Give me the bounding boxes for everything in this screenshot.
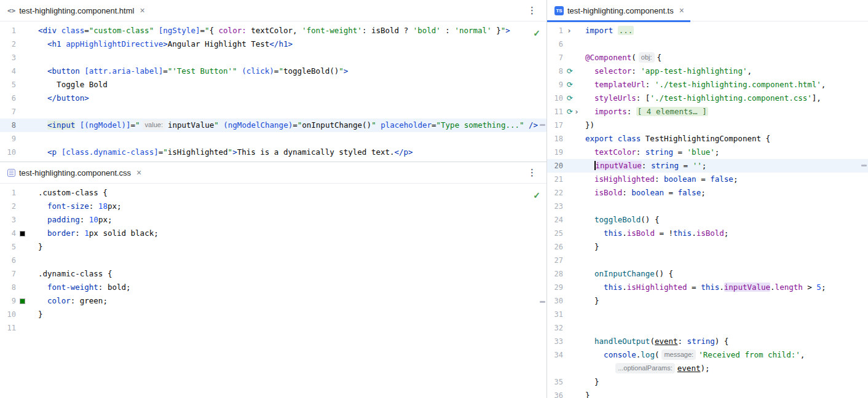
code-line[interactable]: 23: [547, 200, 868, 213]
color-swatch-icon[interactable]: [20, 231, 25, 236]
ts-pane-tab-bar: TS test-highlighting.component.ts ×: [547, 0, 868, 21]
angular-gutter-icon[interactable]: ⟳: [567, 81, 573, 88]
more-options-icon[interactable]: ⋮: [518, 167, 546, 178]
code-line[interactable]: 22 isBold: boolean = false;: [547, 186, 868, 200]
code-line[interactable]: 24 toggleBold() {: [547, 213, 868, 227]
tab-close-icon[interactable]: ×: [136, 168, 141, 178]
inspection-ok-icon[interactable]: ✓: [533, 28, 540, 38]
typescript-file-icon: TS: [554, 6, 564, 15]
tab-ts-file[interactable]: TS test-highlighting.component.ts ×: [547, 0, 690, 21]
tab-html-file[interactable]: <> test-highlighting.component.html ×: [0, 0, 151, 21]
code-line[interactable]: 18export class TestHighlightingComponent…: [547, 132, 868, 146]
ide-window: <> test-highlighting.component.html × ⋮ …: [0, 0, 868, 398]
line-number: 3: [0, 213, 16, 227]
code-line[interactable]: 29 this.isHighlighted = this.inputValue.…: [547, 281, 868, 294]
code-line[interactable]: 8⟳ selector: 'app-test-highlighting',: [547, 64, 868, 78]
code-line[interactable]: 26 }: [547, 240, 868, 254]
line-number: 20: [547, 159, 563, 173]
html-code-editor[interactable]: 1<div class="custom-class" [ngStyle]="{ …: [0, 21, 546, 159]
code-line[interactable]: 10⟳ styleUrls: ['./test-highlighting.com…: [547, 92, 868, 105]
tab-close-icon[interactable]: ×: [679, 6, 684, 15]
code-line[interactable]: 34 console.log(message:'Received from ch…: [547, 348, 868, 362]
ts-code-editor[interactable]: 1›import ...67@Component(obj:{8⟳ selecto…: [547, 21, 868, 398]
code-line[interactable]: 8 <input [(ngModel)]="value:inputValue" …: [0, 119, 546, 132]
code-line[interactable]: 35 }: [547, 375, 868, 389]
code-line[interactable]: 33 handleOutput(event: string) {: [547, 335, 868, 348]
line-number: 10: [0, 308, 16, 321]
line-number: 7: [547, 51, 563, 64]
code-line[interactable]: 1›import ...: [547, 24, 868, 37]
error-stripe-caret-mark[interactable]: [861, 165, 867, 166]
code-line[interactable]: 31: [547, 308, 868, 321]
code-line[interactable]: 5 Toggle Bold: [0, 78, 546, 92]
error-stripe-caret-mark[interactable]: [540, 301, 545, 303]
fold-arrow-icon[interactable]: ›: [574, 105, 579, 119]
line-number: 25: [547, 227, 563, 240]
code-line[interactable]: 11⟳› imports: [ 4 elements… ]: [547, 105, 868, 119]
code-line[interactable]: 32: [547, 321, 868, 335]
tab-close-icon[interactable]: ×: [140, 6, 144, 15]
code-line[interactable]: 10}: [0, 308, 546, 321]
line-number: 11: [0, 321, 16, 335]
line-number: 26: [547, 240, 563, 254]
code-line[interactable]: 2 <h1 appHighlightDirective>Angular High…: [0, 37, 546, 51]
code-line[interactable]: 4 border: 1px solid black;: [0, 227, 546, 240]
line-number: 23: [547, 200, 563, 213]
line-number: 5: [0, 78, 16, 92]
line-number: 29: [547, 281, 563, 294]
line-number: 35: [547, 375, 563, 389]
code-line[interactable]: 25 this.isBold = !this.isBold;: [547, 227, 868, 240]
pane-divider[interactable]: [546, 0, 547, 398]
code-line[interactable]: 9: [0, 132, 546, 146]
fold-arrow-icon[interactable]: ›: [567, 24, 572, 37]
css-pane-tab-bar: test-highlighting.component.css × ⋮: [0, 162, 546, 184]
angular-gutter-icon[interactable]: ⟳: [567, 95, 573, 102]
angular-gutter-icon[interactable]: ⟳: [567, 108, 573, 115]
code-line[interactable]: 17}): [547, 119, 868, 132]
code-line[interactable]: 30 }: [547, 294, 868, 308]
code-line[interactable]: 7: [0, 105, 546, 119]
code-line[interactable]: 20 inputValue: string = '';: [547, 159, 868, 173]
code-line[interactable]: 36}: [547, 389, 868, 398]
line-number: 4: [0, 64, 16, 78]
code-line[interactable]: 6: [547, 37, 868, 51]
code-line[interactable]: 5}: [0, 240, 546, 254]
line-number: 31: [547, 308, 563, 321]
line-number: 18: [547, 132, 563, 146]
color-swatch-icon[interactable]: [20, 298, 25, 304]
code-line[interactable]: 3: [0, 51, 546, 64]
line-number: 9: [0, 132, 16, 146]
line-number: [547, 362, 563, 375]
code-line[interactable]: 6 </button>: [0, 92, 546, 105]
css-code-editor[interactable]: 1.custom-class {2 font-size: 18px;3 padd…: [0, 184, 546, 335]
code-line[interactable]: 19 textColor: string = 'blue';: [547, 146, 868, 159]
error-stripe-caret-mark[interactable]: [540, 124, 545, 126]
inspection-ok-icon[interactable]: ✓: [533, 190, 540, 200]
code-line[interactable]: 2 font-size: 18px;: [0, 200, 546, 213]
code-line[interactable]: 6: [0, 254, 546, 267]
code-line[interactable]: 27: [547, 254, 868, 267]
line-number: 22: [547, 186, 563, 200]
code-line[interactable]: 11: [0, 321, 546, 335]
tab-css-file[interactable]: test-highlighting.component.css ×: [0, 162, 148, 184]
line-number: 8: [547, 64, 563, 78]
line-number: 10: [547, 92, 563, 105]
code-line[interactable]: 28 onInputChange() {: [547, 267, 868, 281]
code-line[interactable]: 1.custom-class {: [0, 186, 546, 200]
tab-title: test-highlighting.component.ts: [567, 6, 674, 15]
code-line[interactable]: 1<div class="custom-class" [ngStyle]="{ …: [0, 24, 546, 37]
code-line[interactable]: ...optionalParams:event);: [547, 362, 868, 375]
angular-gutter-icon[interactable]: ⟳: [567, 68, 573, 75]
code-line[interactable]: 7@Component(obj:{: [547, 51, 868, 64]
code-line[interactable]: 21 isHighlighted: boolean = false;: [547, 173, 868, 186]
code-line[interactable]: 4 <button [attr.aria-label]="'Test Butto…: [0, 64, 546, 78]
code-line[interactable]: 7.dynamic-class {: [0, 267, 546, 281]
code-line[interactable]: 8 font-weight: bold;: [0, 281, 546, 294]
code-line[interactable]: 10 <p [class.dynamic-class]="isHighlight…: [0, 146, 546, 159]
code-line[interactable]: 3 padding: 10px;: [0, 213, 546, 227]
code-line[interactable]: 9 color: green;: [0, 294, 546, 308]
more-options-icon[interactable]: ⋮: [518, 5, 546, 16]
line-number: 7: [0, 105, 16, 119]
code-line[interactable]: 9⟳ templateUrl: './test-highlighting.com…: [547, 78, 868, 92]
line-number: 19: [547, 146, 563, 159]
